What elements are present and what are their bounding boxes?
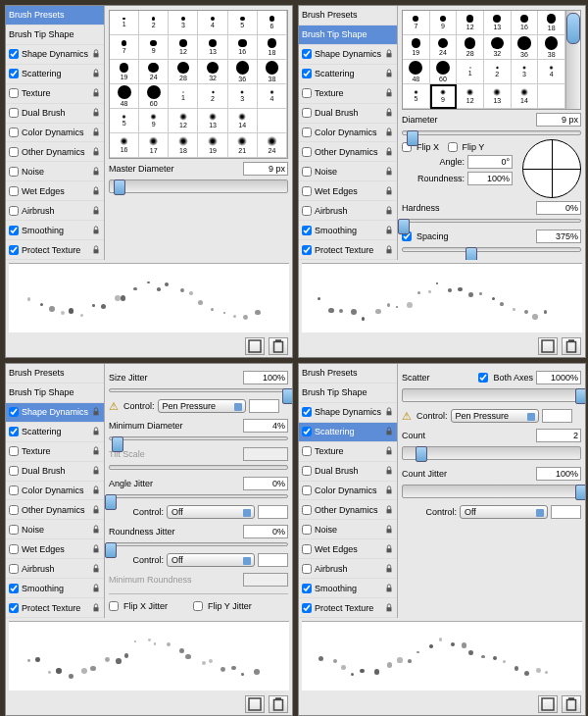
preset-checkbox[interactable] — [9, 584, 19, 593]
min-diameter-slider[interactable] — [109, 436, 288, 440]
preset-checkbox[interactable] — [302, 147, 312, 157]
preset-checkbox[interactable] — [9, 108, 19, 118]
preset-shape-dynamics[interactable]: Shape Dynamics — [299, 403, 397, 423]
brush-tip[interactable]: 21 — [228, 133, 258, 158]
preset-smoothing[interactable]: Smoothing — [299, 221, 397, 240]
preset-dual-brush[interactable]: Dual Brush — [299, 462, 397, 482]
brush-tip[interactable]: 24 — [258, 133, 287, 158]
brush-tip[interactable]: 36 — [512, 35, 539, 60]
brush-tip[interactable]: 18 — [169, 133, 198, 158]
brush-tip[interactable]: 13 — [484, 84, 512, 109]
preset-texture[interactable]: Texture — [6, 442, 104, 462]
brush-tip[interactable]: 48 — [169, 158, 198, 159]
count-slider[interactable] — [402, 446, 581, 460]
diameter-input[interactable] — [536, 113, 581, 127]
brush-tip[interactable]: 3 — [228, 84, 258, 109]
preset-checkbox[interactable] — [9, 167, 19, 177]
brush-tip[interactable]: 24 — [139, 60, 169, 84]
control-dropdown[interactable]: Pen Pressure — [158, 399, 246, 413]
brush-tip[interactable]: 45 — [139, 158, 169, 159]
preset-checkbox[interactable] — [9, 603, 19, 613]
count-jitter-slider[interactable] — [402, 485, 581, 498]
preset-checkbox[interactable] — [302, 88, 312, 98]
brush-tip[interactable]: 60 — [430, 60, 458, 84]
scatter-slider[interactable] — [402, 388, 581, 402]
preset-brush-tip-shape[interactable]: Brush Tip Shape — [6, 26, 104, 45]
preset-checkbox[interactable] — [302, 108, 312, 118]
preset-shape-dynamics[interactable]: Shape Dynamics — [6, 403, 104, 423]
preset-checkbox[interactable] — [9, 206, 19, 216]
trash-icon[interactable] — [269, 695, 288, 713]
preset-checkbox[interactable] — [9, 466, 19, 476]
brush-tip[interactable]: 18 — [538, 11, 565, 35]
brush-tip[interactable]: 17 — [139, 133, 169, 158]
preset-dual-brush[interactable]: Dual Brush — [6, 104, 104, 124]
preset-checkbox[interactable] — [9, 446, 19, 456]
size-jitter-input[interactable] — [243, 371, 288, 384]
brush-tip[interactable]: 6 — [258, 11, 287, 35]
brush-tip[interactable]: 2 — [484, 60, 512, 84]
preset-scattering[interactable]: Scattering — [6, 65, 104, 84]
brush-tip[interactable]: 7 — [403, 11, 430, 35]
new-preset-icon[interactable] — [538, 695, 558, 713]
preset-checkbox[interactable] — [302, 206, 312, 216]
preset-brush-presets[interactable]: Brush Presets — [6, 6, 104, 26]
brush-tip[interactable]: 5 — [403, 84, 430, 109]
brush-tip[interactable]: 28 — [457, 35, 484, 60]
angle-input[interactable] — [467, 155, 513, 169]
brush-tip[interactable]: 48 — [110, 84, 139, 109]
brush-tip[interactable]: 3 — [169, 11, 198, 35]
new-preset-icon[interactable] — [245, 337, 265, 355]
brush-tip[interactable]: 12 — [169, 109, 198, 133]
preset-checkbox[interactable] — [302, 407, 312, 417]
preset-checkbox[interactable] — [9, 505, 19, 515]
control-value[interactable] — [249, 399, 279, 413]
roundness-jitter-slider[interactable] — [109, 542, 288, 546]
preset-brush-presets[interactable]: Brush Presets — [299, 6, 397, 26]
preset-checkbox[interactable] — [9, 147, 19, 157]
brush-tip[interactable]: 2 — [198, 84, 227, 109]
preset-brush-tip-shape[interactable]: Brush Tip Shape — [299, 26, 397, 45]
preset-checkbox[interactable] — [9, 486, 19, 495]
count-control-value[interactable] — [551, 505, 581, 519]
preset-noise[interactable]: Noise — [6, 520, 104, 539]
preset-checkbox[interactable] — [302, 49, 312, 59]
brush-tip[interactable]: 19 — [403, 35, 430, 60]
hardness-slider[interactable] — [402, 219, 581, 224]
trash-icon[interactable] — [269, 337, 288, 355]
preset-other-dynamics[interactable]: Other Dynamics — [6, 500, 104, 520]
brush-tip[interactable]: 7 — [110, 35, 139, 60]
brush-tip[interactable]: 4 — [258, 84, 287, 109]
trash-icon[interactable] — [562, 695, 581, 713]
preset-checkbox[interactable] — [9, 88, 19, 98]
preset-checkbox[interactable] — [302, 226, 312, 235]
hardness-input[interactable] — [536, 201, 581, 215]
preset-protect-texture[interactable]: Protect Texture — [6, 240, 104, 260]
preset-checkbox[interactable] — [9, 49, 19, 59]
master-diameter-input[interactable] — [243, 162, 288, 176]
preset-checkbox[interactable] — [9, 69, 19, 78]
preset-checkbox[interactable] — [302, 466, 312, 476]
brush-tip[interactable]: 2 — [139, 11, 169, 35]
preset-protect-texture[interactable]: Protect Texture — [299, 240, 397, 260]
preset-protect-texture[interactable]: Protect Texture — [299, 598, 397, 618]
brush-tip[interactable]: 19 — [198, 133, 227, 158]
min-diameter-input[interactable] — [243, 419, 288, 433]
brush-tip[interactable]: 12 — [457, 11, 484, 35]
count-control-dropdown[interactable]: Off — [460, 505, 548, 519]
preset-noise[interactable]: Noise — [6, 162, 104, 181]
preset-smoothing[interactable]: Smoothing — [299, 579, 397, 598]
preset-airbrush[interactable]: Airbrush — [299, 201, 397, 221]
round-control-value[interactable] — [258, 553, 288, 567]
preset-checkbox[interactable] — [9, 245, 19, 255]
preset-airbrush[interactable]: Airbrush — [6, 201, 104, 221]
preset-airbrush[interactable]: Airbrush — [299, 559, 397, 579]
round-control-dropdown[interactable]: Off — [167, 553, 255, 567]
preset-checkbox[interactable] — [302, 446, 312, 456]
preset-dual-brush[interactable]: Dual Brush — [6, 462, 104, 482]
brush-tip[interactable]: 32 — [484, 35, 512, 60]
preset-checkbox[interactable] — [302, 186, 312, 196]
preset-other-dynamics[interactable]: Other Dynamics — [299, 500, 397, 520]
brush-tip[interactable]: 9 — [139, 35, 169, 60]
preset-brush-tip-shape[interactable]: Brush Tip Shape — [6, 384, 104, 403]
